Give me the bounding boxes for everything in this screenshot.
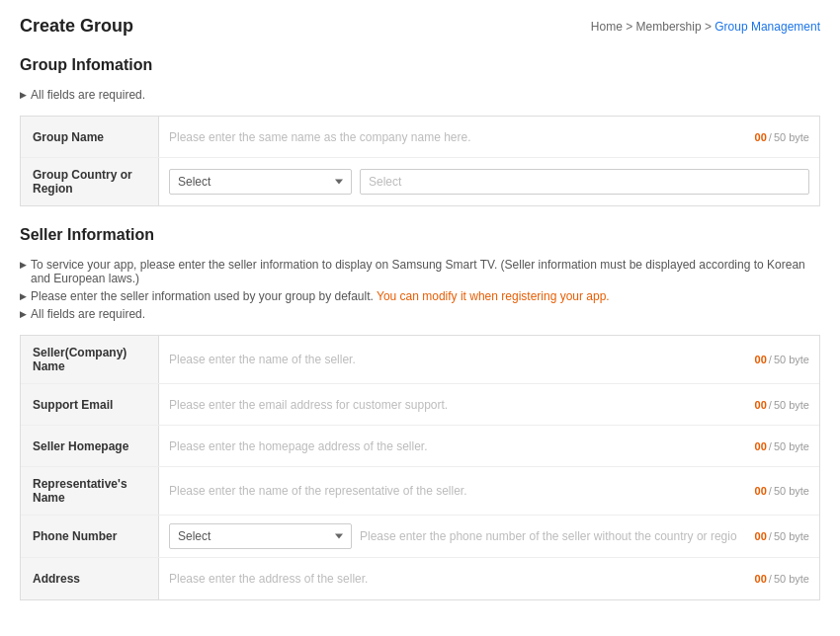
group-info-section: Group Infomation All fields are required… [20,56,820,206]
group-required-note: All fields are required. [20,88,820,102]
seller-info-form: Seller(Company) Name 00/50 byte Support … [20,335,820,600]
group-name-row: Group Name 00/50 byte [21,117,819,158]
group-name-input[interactable] [169,130,747,144]
seller-homepage-input-area: 00/50 byte [159,426,819,466]
seller-required-note: All fields are required. [20,307,820,321]
group-name-input-area: 00/50 byte [159,117,819,157]
breadcrumb-home: Home [591,20,623,34]
seller-note-1: To service your app, please enter the se… [20,258,820,285]
support-email-input-area: 00/50 byte [159,384,819,425]
representative-name-label: Representative's Name [21,467,159,515]
group-country-row: Group Country or Region Select [21,158,819,205]
address-counter: 00/50 byte [755,573,809,585]
support-email-label: Support Email [21,384,159,425]
group-region-input[interactable] [360,169,809,195]
seller-name-input-area: 00/50 byte [159,336,819,383]
representative-name-input-area: 00/50 byte [159,467,819,515]
support-email-row: Support Email 00/50 byte [21,384,819,426]
page-header: Create Group Home > Membership > Group M… [20,16,820,37]
seller-homepage-row: Seller Homepage 00/50 byte [21,426,819,467]
phone-country-select[interactable]: Select [178,529,343,543]
seller-homepage-counter: 00/50 byte [755,440,809,452]
seller-name-counter: 00/50 byte [755,354,809,365]
seller-info-section: Seller Information To service your app, … [20,226,820,600]
breadcrumb: Home > Membership > Group Management [591,20,820,34]
address-label: Address [21,558,159,599]
breadcrumb-membership: Membership [636,20,702,34]
phone-number-row: Phone Number Select 00/50 byte [21,516,819,558]
breadcrumb-sep2: > [705,20,714,34]
seller-homepage-input[interactable] [169,439,747,453]
support-email-input[interactable] [169,398,747,412]
address-row: Address 00/50 byte [21,558,819,599]
phone-number-counter: 00/50 byte [755,530,809,542]
seller-name-input[interactable] [169,353,747,366]
seller-note-2: Please enter the seller information used… [20,289,820,303]
phone-country-select-wrapper[interactable]: Select [169,523,352,549]
seller-homepage-label: Seller Homepage [21,426,159,466]
group-info-title: Group Infomation [20,56,820,74]
group-info-form: Group Name 00/50 byte Group Country or R… [20,116,820,206]
group-country-label: Group Country or Region [21,158,159,205]
phone-number-input[interactable] [360,529,747,543]
seller-highlight-text: You can modify it when registering your … [377,289,610,303]
footer-buttons: Create Group Cancel [20,620,820,636]
address-input[interactable] [169,572,747,586]
representative-name-counter: 00/50 byte [755,485,809,497]
group-country-input-area: Select [159,158,819,205]
group-country-select-wrapper[interactable]: Select [169,169,352,195]
group-name-counter: 00/50 byte [755,131,809,143]
group-country-select[interactable]: Select [178,175,343,189]
seller-name-label: Seller(Company) Name [21,336,159,383]
breadcrumb-current[interactable]: Group Management [714,20,820,34]
address-input-area: 00/50 byte [159,558,819,599]
seller-name-row: Seller(Company) Name 00/50 byte [21,336,819,384]
page-title: Create Group [20,16,133,37]
phone-number-input-area: Select 00/50 byte [159,516,819,557]
breadcrumb-sep1: > [626,20,635,34]
representative-name-row: Representative's Name 00/50 byte [21,467,819,516]
group-name-label: Group Name [21,117,159,157]
representative-name-input[interactable] [169,484,747,498]
phone-number-label: Phone Number [21,516,159,557]
support-email-counter: 00/50 byte [755,399,809,411]
seller-info-title: Seller Information [20,226,820,244]
